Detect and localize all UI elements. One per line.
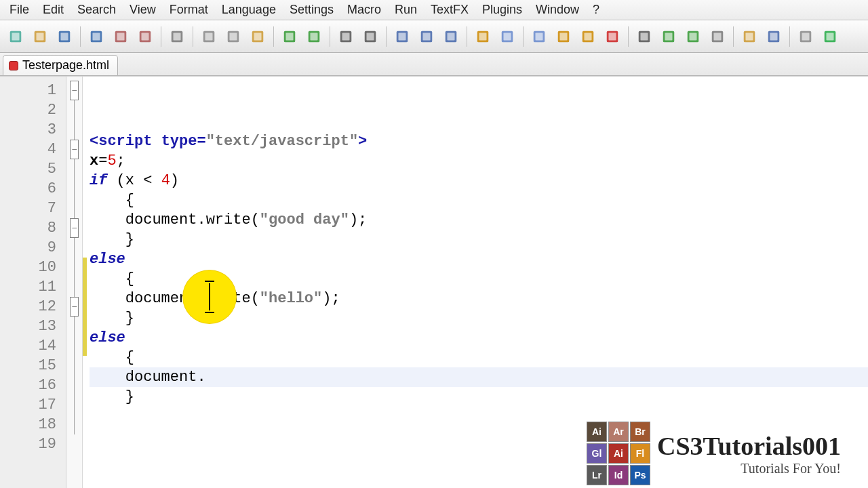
sync-button[interactable] <box>439 25 462 48</box>
replace-button[interactable] <box>359 25 382 48</box>
code-line[interactable]: </script> <box>90 485 868 488</box>
svg-rect-61 <box>827 33 834 40</box>
browser-icon <box>766 29 781 44</box>
code-line[interactable]: document.write("good day"); <box>90 210 868 230</box>
menu-file[interactable]: File <box>3 1 36 19</box>
closeall-button[interactable] <box>134 25 157 48</box>
zoom-in-icon <box>395 29 410 44</box>
browser-button[interactable] <box>762 25 785 48</box>
svg-rect-17 <box>230 33 237 40</box>
menu-language[interactable]: Language <box>215 1 283 19</box>
svg-rect-23 <box>311 33 318 40</box>
code-line[interactable]: } <box>90 230 868 249</box>
menu-macro[interactable]: Macro <box>340 1 388 19</box>
menu-window[interactable]: Window <box>529 1 586 19</box>
wrap-button[interactable] <box>471 25 494 48</box>
svg-rect-39 <box>536 33 543 40</box>
svg-rect-41 <box>560 33 568 40</box>
zoom-out-button[interactable] <box>415 25 438 48</box>
fold-toggle[interactable]: − <box>70 218 79 238</box>
closeall-icon <box>138 29 153 44</box>
line-number: 9 <box>0 238 66 258</box>
menu-plugins[interactable]: Plugins <box>475 1 529 19</box>
svg-rect-7 <box>93 33 100 40</box>
tab-testerpage[interactable]: Testerpage.html <box>3 55 118 75</box>
save-macro-icon <box>710 29 725 44</box>
print-icon <box>170 29 184 44</box>
menu-view[interactable]: View <box>123 1 163 19</box>
watermark-icon: Br <box>630 422 650 442</box>
menu-settings[interactable]: Settings <box>283 1 340 19</box>
check-button[interactable] <box>818 25 842 48</box>
tutorial-watermark: AiArBrGlAiFlLrIdPs CS3Tutorials001 Tutor… <box>587 422 841 485</box>
line-number: 2 <box>0 100 66 120</box>
menu-textfx[interactable]: TextFX <box>424 1 475 19</box>
new-button[interactable] <box>4 25 27 48</box>
undo-icon <box>282 29 297 44</box>
print-button[interactable] <box>165 25 189 48</box>
svg-rect-45 <box>609 33 616 40</box>
find-button[interactable] <box>334 25 357 48</box>
menu-search[interactable]: Search <box>71 1 123 19</box>
save-button[interactable] <box>53 25 76 48</box>
check-icon <box>823 29 837 44</box>
code-line[interactable]: { <box>90 190 868 210</box>
stop-button[interactable] <box>633 25 656 48</box>
fold-guide <box>74 100 75 120</box>
cut-button[interactable] <box>197 25 220 48</box>
record-button[interactable] <box>601 25 624 48</box>
code-line[interactable]: x=5; <box>90 151 868 171</box>
file-modified-icon <box>9 61 18 70</box>
undo-button[interactable] <box>278 25 301 48</box>
open-button[interactable] <box>28 25 52 48</box>
zoom-in-button[interactable] <box>391 25 414 48</box>
code-line[interactable]: <script type="text/javascript"> <box>90 131 868 151</box>
close-button[interactable] <box>109 25 132 48</box>
folder-button[interactable] <box>738 25 761 48</box>
fold-toggle[interactable]: − <box>70 140 79 159</box>
svg-rect-59 <box>802 33 810 40</box>
code-line[interactable]: if (x < 4) <box>90 171 868 190</box>
line-number: 7 <box>0 199 66 218</box>
record-icon <box>605 29 620 44</box>
line-number: 8 <box>0 218 66 238</box>
save-macro-button[interactable] <box>706 25 729 48</box>
line-number: 1 <box>0 81 66 100</box>
play-button[interactable] <box>657 25 680 48</box>
copy-icon <box>226 29 241 44</box>
saveall-button[interactable] <box>85 25 108 48</box>
menu-run[interactable]: Run <box>388 1 424 19</box>
code-line[interactable]: } <box>90 387 868 407</box>
redo-icon <box>307 29 321 44</box>
code-line[interactable]: document. <box>90 367 868 387</box>
code-line[interactable]: { <box>90 348 868 367</box>
menu-edit[interactable]: Edit <box>36 1 71 19</box>
code-line[interactable]: else <box>90 328 868 348</box>
watermark-icon: Gl <box>587 443 607 464</box>
redo-button[interactable] <box>302 25 326 48</box>
cut-icon <box>201 29 216 44</box>
svg-rect-53 <box>714 33 722 40</box>
menu-format[interactable]: Format <box>163 1 215 19</box>
fold-toggle[interactable]: − <box>70 81 79 100</box>
tab-bar: Testerpage.html <box>0 53 868 76</box>
indent-icon <box>532 29 547 44</box>
fold-gutter[interactable]: −−−− <box>66 77 83 488</box>
menu-help[interactable]: ? <box>586 1 606 19</box>
show-all-button[interactable] <box>496 25 519 48</box>
line-number: 19 <box>0 434 66 454</box>
watermark-icon: Fl <box>630 443 650 464</box>
svg-rect-51 <box>690 33 697 40</box>
paste-button[interactable] <box>246 25 269 48</box>
code-line[interactable]: else <box>90 249 868 269</box>
line-number: 11 <box>0 277 66 297</box>
indent-button[interactable] <box>528 25 551 48</box>
fold-toggle[interactable]: − <box>70 297 79 317</box>
playfast-button[interactable] <box>682 25 705 48</box>
line-number: 3 <box>0 120 66 140</box>
copy-button[interactable] <box>222 25 245 48</box>
fold-button[interactable] <box>576 25 599 48</box>
doc-button[interactable] <box>794 25 817 48</box>
guide-button[interactable] <box>552 25 575 48</box>
zoom-out-icon <box>419 29 434 44</box>
